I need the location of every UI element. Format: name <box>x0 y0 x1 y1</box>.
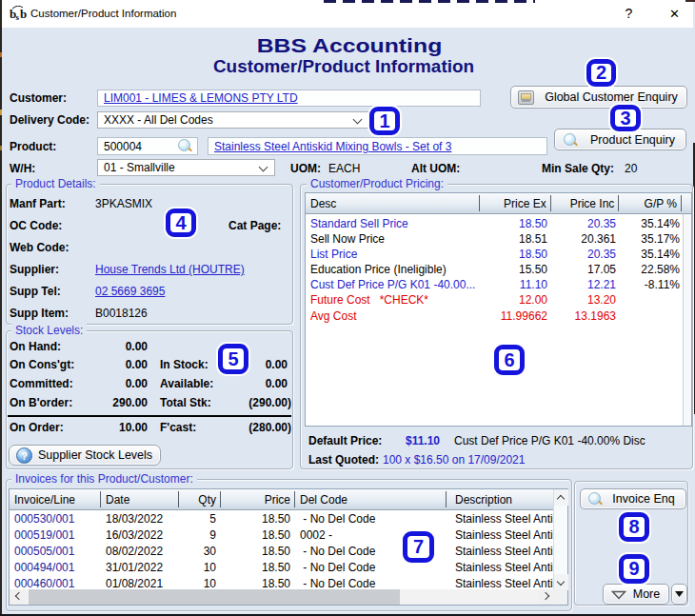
warehouse-value: 01 - Smallville <box>104 161 175 174</box>
delivery-code-label: Delivery Code: <box>10 113 89 127</box>
warehouse-select[interactable]: 01 - Smallville <box>97 159 275 176</box>
app-icon: b s b <box>10 6 27 22</box>
product-description-field[interactable]: Stainless Steel Antiskid Mixing Bowls - … <box>208 137 547 155</box>
invoices-title: Invoices for this Product/Customer: <box>11 472 197 486</box>
uom-label: UOM: <box>290 162 321 175</box>
chevron-down-icon <box>354 115 362 123</box>
delivery-code-select[interactable]: XXXX - All Del Codes <box>97 111 369 129</box>
pricing-cell-gp: 22.58% <box>621 262 684 277</box>
stock-levels-title: Stock Levels: <box>11 324 87 337</box>
scroll-up-button[interactable] <box>554 489 568 506</box>
pricing-column-price-ex[interactable]: Price Ex <box>480 193 551 213</box>
scroll-down-button[interactable] <box>554 574 568 590</box>
pricing-cell-desc: Sell Now Price <box>306 231 481 247</box>
pricing-row[interactable]: Standard Sell Price18.5020.3535.14% <box>306 216 691 231</box>
scroll-right-button[interactable] <box>538 589 554 605</box>
pricing-row[interactable]: Sell Now Price18.5120.36135.17% <box>306 231 691 247</box>
supp-tel-link[interactable]: 02 5669 3695 <box>95 285 165 298</box>
invoice-row[interactable]: 000505/00108/02/20223018.50 - No Del Cod… <box>10 544 567 560</box>
invoice-cell-date: 18/03/2022 <box>101 511 179 527</box>
manf-part-label: Manf Part: <box>10 197 66 210</box>
more-button[interactable]: More <box>603 584 669 605</box>
pricing-row[interactable]: List Price18.5020.3535.14% <box>306 247 691 262</box>
callout-9: 9 <box>619 554 649 584</box>
invoice-row[interactable]: 000494/00131/01/20221018.50 - No Del Cod… <box>10 560 567 576</box>
help-button[interactable]: ? <box>607 0 650 28</box>
pricing-table: Desc Price Ex Price Inc G/P % Standard S… <box>305 192 692 427</box>
global-customer-enquiry-button[interactable]: Global Customer Enquiry <box>510 86 687 109</box>
total-stk-value: (290.00) <box>228 396 291 409</box>
pricing-column-price-inc[interactable]: Price Inc <box>551 193 620 213</box>
product-enquiry-button[interactable]: Product Enquiry <box>554 129 686 150</box>
invoice-cell-qty: 30 <box>179 544 221 560</box>
close-button[interactable]: ✕ <box>653 0 695 28</box>
pricing-cell-gp: 35.17% <box>621 231 684 247</box>
invoice-row[interactable]: 000530/00118/03/2022518.50 - No Del Code… <box>10 511 567 527</box>
min-sale-qty-label: Min Sale Qty: <box>542 162 614 175</box>
callout-1: 1 <box>369 107 400 135</box>
customer-field[interactable]: LIM001 - LIMES & LEMONS PTY LTD <box>97 89 481 107</box>
invoices-vertical-scrollbar[interactable] <box>553 489 567 590</box>
default-price-label: Default Price: <box>308 434 382 447</box>
invoices-horizontal-scrollbar[interactable] <box>10 589 554 605</box>
supplier-stock-levels-button[interactable]: ? Supplier Stock Levels <box>9 445 161 466</box>
invoice-enquiry-button[interactable]: Invoice Enq <box>580 488 686 509</box>
pricing-cell-price-ex: 15.50 <box>481 262 552 277</box>
horizontal-scroll-thumb[interactable] <box>29 589 400 605</box>
scroll-left-button[interactable] <box>10 589 26 605</box>
pricing-column-gp[interactable]: G/P % <box>619 193 682 213</box>
pricing-cell-price-ex: 11.10 <box>481 277 552 292</box>
more-dropdown-button[interactable] <box>671 584 687 605</box>
invoices-column-del-code[interactable]: Del Code <box>295 489 447 509</box>
uom-value: EACH <box>328 162 360 175</box>
customer-value[interactable]: LIM001 - LIMES & LEMONS PTY LTD <box>104 91 298 105</box>
invoice-row[interactable]: 000519/00116/03/2022918.500002 -Stainles… <box>10 527 567 544</box>
background-window-artifact-top-right <box>685 0 695 2</box>
product-search-icon[interactable] <box>177 138 193 154</box>
invoices-column-qty[interactable]: Qty <box>179 489 221 509</box>
supplier-label: Supplier: <box>10 263 59 276</box>
pricing-row[interactable]: Avg Cost11.9966213.1963 <box>306 308 691 324</box>
product-enquiry-label: Product Enquiry <box>590 133 675 147</box>
invoice-rows: 000530/00118/03/2022518.50 - No Del Code… <box>10 510 567 592</box>
product-description-value[interactable]: Stainless Steel Antiskid Mixing Bowls - … <box>214 140 451 153</box>
pricing-row[interactable]: Cust Def Price P/G K01 -40.00...11.1012.… <box>306 277 691 292</box>
pricing-cell-gp: 35.14% <box>621 216 684 231</box>
pricing-cell-price-ex: 18.51 <box>481 231 552 247</box>
warehouse-label: W/H: <box>10 162 35 175</box>
pricing-row[interactable]: Future Cost *CHECK*12.0013.20 <box>306 292 691 308</box>
pricing-vertical-scrollbar[interactable] <box>683 214 691 426</box>
pricing-cell-desc: List Price <box>306 247 481 262</box>
invoices-column-description[interactable]: Description <box>447 489 554 509</box>
callout-5: 5 <box>218 344 248 374</box>
invoices-column-price[interactable]: Price <box>221 489 295 509</box>
pricing-column-desc[interactable]: Desc <box>306 193 480 213</box>
last-quoted-value: 100 x $16.50 on 17/09/2021 <box>383 453 525 467</box>
on-border-label: On B'order: <box>10 396 72 409</box>
supp-item-label: Supp Item: <box>10 307 69 320</box>
fcast-label: F'cast: <box>160 421 196 434</box>
on-consgt-value: 0.00 <box>90 358 148 371</box>
committed-value: 0.00 <box>90 377 148 390</box>
last-quoted-label: Last Quoted: <box>308 453 379 467</box>
invoice-cell-description: Stainless Steel Antiskid Mixing Bowls - … <box>447 511 554 527</box>
committed-label: Committed: <box>10 377 73 390</box>
invoices-column-date[interactable]: Date <box>101 489 179 509</box>
customer-product-information-dialog: b s b Customer/Product Information ? ✕ B… <box>0 0 695 616</box>
customer-label: Customer: <box>10 91 67 105</box>
pricing-cell-price-inc: 20.35 <box>552 216 621 231</box>
callout-4: 4 <box>166 209 196 237</box>
product-code-value: 500004 <box>104 140 142 153</box>
pricing-cell-desc: Avg Cost <box>306 308 481 324</box>
pricing-cell-price-ex: 18.50 <box>481 216 552 231</box>
app-title: BBS Accounting <box>0 34 695 57</box>
invoice-enquiry-label: Invoice Enq <box>612 492 674 506</box>
pricing-row[interactable]: Education Price (Ineligible)15.5017.0522… <box>306 262 691 277</box>
invoices-column-invoice[interactable]: Invoice/Line <box>10 489 101 509</box>
default-price-value: $11.10 <box>406 434 440 447</box>
supplier-link[interactable]: House Trends Ltd (HOUTRE) <box>95 263 245 276</box>
pricing-cell-price-inc: 12.21 <box>552 277 621 292</box>
on-consgt-label: On Cons'gt: <box>10 358 74 371</box>
invoices-table: Invoice/Line Date Qty Price Del Code Des… <box>9 488 568 606</box>
pricing-cell-gp <box>621 292 684 308</box>
